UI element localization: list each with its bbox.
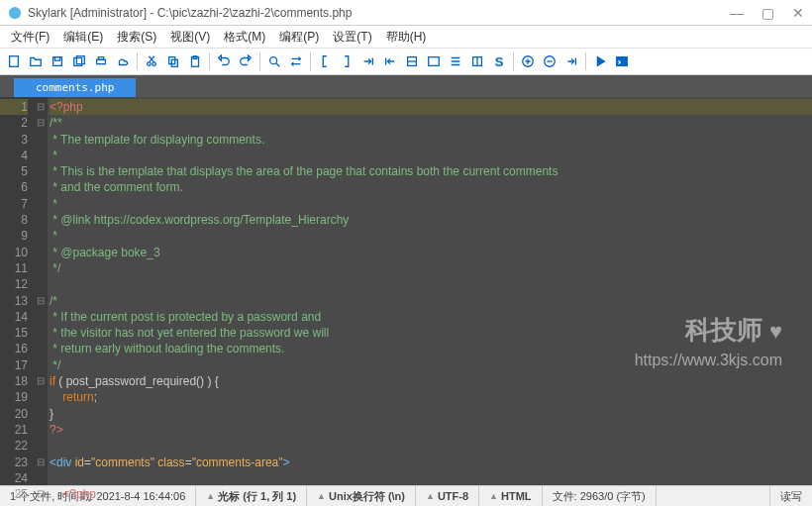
- svg-rect-7: [98, 57, 103, 60]
- untab-icon[interactable]: [380, 51, 400, 71]
- maximize-button[interactable]: ▢: [761, 5, 774, 21]
- titlebar: Skylark [Administrator] - C:\pic\zazhi-2…: [0, 0, 812, 26]
- menu-item[interactable]: 文件(F): [4, 29, 56, 46]
- tab-icon[interactable]: [358, 51, 378, 71]
- snippet-icon[interactable]: S: [489, 51, 509, 71]
- menu-item[interactable]: 搜索(S): [110, 29, 163, 46]
- line-numbers: 1234567891011121314151617181920212223242…: [0, 97, 34, 485]
- svg-rect-3: [54, 57, 59, 61]
- svg-point-8: [148, 62, 152, 66]
- fold-column: ⊟⊟⊟⊟⊟⊟: [34, 97, 48, 485]
- redo-icon[interactable]: [236, 51, 255, 71]
- cloud-icon[interactable]: [113, 51, 133, 71]
- save-icon[interactable]: [48, 51, 67, 71]
- window-title: Skylark [Administrator] - C:\pic\zazhi-2…: [28, 6, 730, 20]
- zoom-in-icon[interactable]: [518, 51, 538, 71]
- svg-point-9: [152, 62, 156, 66]
- app-icon: [8, 6, 22, 20]
- open-file-icon[interactable]: [26, 51, 46, 71]
- bracket-right-icon[interactable]: [337, 51, 356, 71]
- menubar: 文件(F)编辑(E)搜索(S)视图(V)格式(M)编程(P)设置(T)帮助(H): [0, 26, 812, 48]
- terminal-icon[interactable]: [612, 51, 632, 71]
- menu-item[interactable]: 帮助(H): [379, 29, 434, 46]
- search-icon[interactable]: [264, 51, 284, 71]
- svg-rect-1: [10, 56, 19, 67]
- svg-rect-16: [429, 57, 440, 66]
- cut-icon[interactable]: [142, 51, 161, 71]
- run-icon[interactable]: [590, 51, 610, 71]
- menu-item[interactable]: 编辑(E): [56, 29, 110, 46]
- save-all-icon[interactable]: [69, 51, 89, 71]
- wrap-icon[interactable]: [402, 51, 422, 71]
- toolbar: S: [0, 48, 812, 75]
- list-icon[interactable]: [446, 51, 465, 71]
- menu-item[interactable]: 编程(P): [272, 29, 326, 46]
- menu-item[interactable]: 设置(T): [326, 29, 378, 46]
- paste-icon[interactable]: [185, 51, 205, 71]
- new-file-icon[interactable]: [4, 51, 24, 71]
- watermark: 科技师 ♥ https://www.3kjs.com: [635, 313, 782, 369]
- tabbar: comments.php: [0, 75, 812, 97]
- menu-item[interactable]: 格式(M): [217, 29, 272, 46]
- replace-icon[interactable]: [286, 51, 306, 71]
- svg-point-0: [9, 6, 21, 18]
- menu-item[interactable]: 视图(V): [163, 29, 217, 46]
- window-controls: — ▢ ✕: [730, 5, 804, 21]
- svg-point-14: [270, 57, 277, 64]
- tab-active[interactable]: comments.php: [14, 78, 136, 97]
- print-icon[interactable]: [91, 51, 111, 71]
- bookmark-icon[interactable]: [467, 51, 487, 71]
- editor[interactable]: 1234567891011121314151617181920212223242…: [0, 97, 812, 485]
- code-area[interactable]: <?php/** * The template for displaying c…: [48, 97, 812, 485]
- bracket-left-icon[interactable]: [315, 51, 335, 71]
- copy-icon[interactable]: [163, 51, 183, 71]
- heart-icon: ♥: [769, 319, 782, 345]
- undo-icon[interactable]: [214, 51, 234, 71]
- svg-rect-20: [617, 57, 628, 66]
- forward-icon[interactable]: [561, 51, 581, 71]
- fullscreen-icon[interactable]: [424, 51, 444, 71]
- zoom-out-icon[interactable]: [540, 51, 559, 71]
- close-button[interactable]: ✕: [792, 5, 804, 21]
- minimize-button[interactable]: —: [730, 5, 744, 21]
